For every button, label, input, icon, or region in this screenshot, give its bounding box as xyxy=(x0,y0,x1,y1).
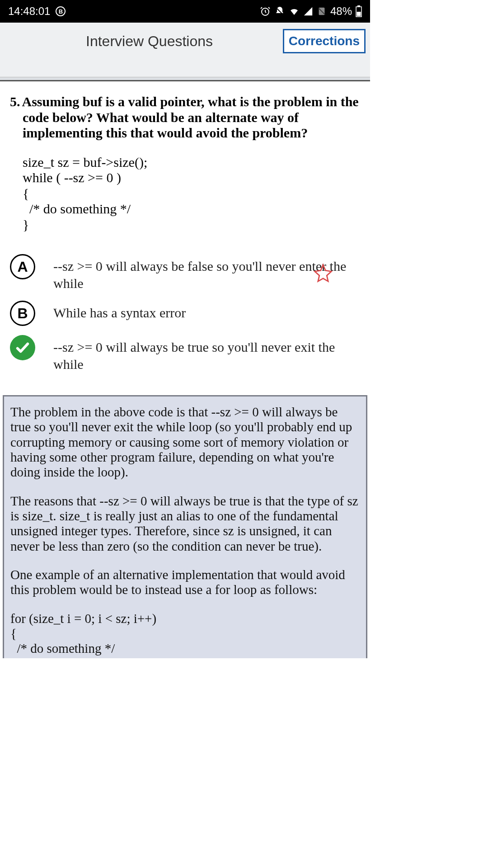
app-badge-icon: B xyxy=(56,6,66,16)
status-right: 48% xyxy=(260,5,362,18)
status-time: 14:48:01 xyxy=(8,5,50,18)
battery-icon xyxy=(356,5,362,17)
main-content: 5. Assuming buf is a valid pointer, what… xyxy=(0,81,370,386)
question-number: 5. xyxy=(10,94,20,109)
star-icon[interactable] xyxy=(313,263,333,285)
option-badge-a: A xyxy=(10,254,35,279)
explanation-p1: The problem in the above code is that --… xyxy=(10,405,360,480)
question-prompt: Assuming buf is a valid pointer, what is… xyxy=(22,94,359,140)
option-badge-b: B xyxy=(10,301,35,326)
option-b[interactable]: B While has a syntax error xyxy=(10,301,360,326)
header-divider xyxy=(0,77,370,81)
svg-rect-5 xyxy=(357,5,360,7)
app-header: Interview Questions Corrections xyxy=(0,23,370,77)
options-list: A --sz >= 0 will always be false so you'… xyxy=(10,254,360,373)
alarm-icon xyxy=(260,6,271,17)
explanation-p3: One example of an alternative implementa… xyxy=(10,567,360,598)
explanation-panel: The problem in the above code is that --… xyxy=(3,395,367,658)
wifi-icon xyxy=(289,6,300,17)
question-code: size_t sz = buf->size(); while ( --sz >=… xyxy=(10,155,360,233)
status-bar: 14:48:01 B 48% xyxy=(0,0,370,23)
option-text-c: --sz >= 0 will always be true so you'll … xyxy=(53,335,360,373)
option-a[interactable]: A --sz >= 0 will always be false so you'… xyxy=(10,254,360,292)
page-title: Interview Questions xyxy=(86,33,213,50)
signal-icon xyxy=(303,6,313,16)
svg-rect-6 xyxy=(357,12,361,16)
corrections-button[interactable]: Corrections xyxy=(283,29,366,53)
bell-off-icon xyxy=(274,6,285,17)
explanation-code: for (size_t i = 0; i < sz; i++) { /* do … xyxy=(10,611,360,658)
status-left: 14:48:01 B xyxy=(8,5,66,18)
sim-off-icon xyxy=(317,6,327,16)
explanation-p2: The reasons that --sz >= 0 will always b… xyxy=(10,494,360,554)
correct-check-icon xyxy=(10,335,35,360)
option-text-b: While has a syntax error xyxy=(53,301,360,321)
option-c[interactable]: --sz >= 0 will always be true so you'll … xyxy=(10,335,360,373)
battery-percent: 48% xyxy=(330,5,352,18)
question-block: 5. Assuming buf is a valid pointer, what… xyxy=(10,94,360,141)
